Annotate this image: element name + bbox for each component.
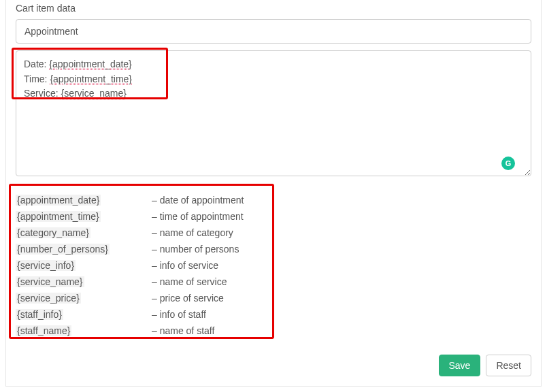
- reset-button[interactable]: Reset: [486, 355, 531, 376]
- placeholder-desc: – name of category: [152, 225, 249, 241]
- table-row: {service_price}– price of service: [16, 290, 249, 306]
- cart-item-data-panel: Cart item data Date: {appointment_date}T…: [5, 0, 542, 387]
- placeholder-desc: – info of staff: [152, 306, 249, 323]
- placeholders-reference: {appointment_date}– date of appointment{…: [16, 188, 531, 343]
- cart-item-data-label: Cart item data: [16, 0, 531, 14]
- item-body-wrap: Date: {appointment_date}Time: {appointme…: [16, 50, 531, 178]
- placeholder-desc: – price of service: [152, 290, 249, 306]
- placeholder-key[interactable]: {category_name}: [16, 227, 90, 238]
- table-row: {category_name}– name of category: [16, 225, 249, 241]
- placeholder-key[interactable]: {staff_name}: [16, 325, 71, 336]
- item-body-textarea[interactable]: [16, 50, 531, 176]
- grammarly-icon: G: [501, 157, 515, 170]
- placeholder-desc: – number of persons: [152, 241, 249, 257]
- action-buttons: Save Reset: [439, 355, 532, 376]
- placeholder-desc: – name of staff: [152, 323, 249, 339]
- placeholder-key[interactable]: {service_name}: [16, 276, 84, 287]
- table-row: {number_of_persons}– number of persons: [16, 241, 249, 257]
- placeholder-key[interactable]: {appointment_time}: [16, 211, 101, 222]
- placeholder-desc: – time of appointment: [152, 208, 249, 225]
- table-row: {service_info}– info of service: [16, 257, 249, 274]
- table-row: {service_name}– name of service: [16, 274, 249, 290]
- table-row: {staff_name}– name of staff: [16, 323, 249, 339]
- placeholder-desc: – info of service: [152, 257, 249, 274]
- placeholder-desc: – name of service: [152, 274, 249, 290]
- placeholder-key[interactable]: {service_info}: [16, 260, 76, 271]
- placeholder-desc: – date of appointment: [152, 192, 249, 208]
- item-title-input[interactable]: [16, 19, 531, 44]
- save-button[interactable]: Save: [439, 355, 481, 376]
- placeholder-key[interactable]: {staff_info}: [16, 309, 63, 320]
- placeholder-key[interactable]: {service_price}: [16, 293, 81, 304]
- placeholders-table: {appointment_date}– date of appointment{…: [16, 192, 249, 339]
- table-row: {staff_info}– info of staff: [16, 306, 249, 323]
- table-row: {appointment_date}– date of appointment: [16, 192, 249, 208]
- placeholder-key[interactable]: {appointment_date}: [16, 195, 101, 206]
- table-row: {appointment_time}– time of appointment: [16, 208, 249, 225]
- placeholder-key[interactable]: {number_of_persons}: [16, 244, 110, 255]
